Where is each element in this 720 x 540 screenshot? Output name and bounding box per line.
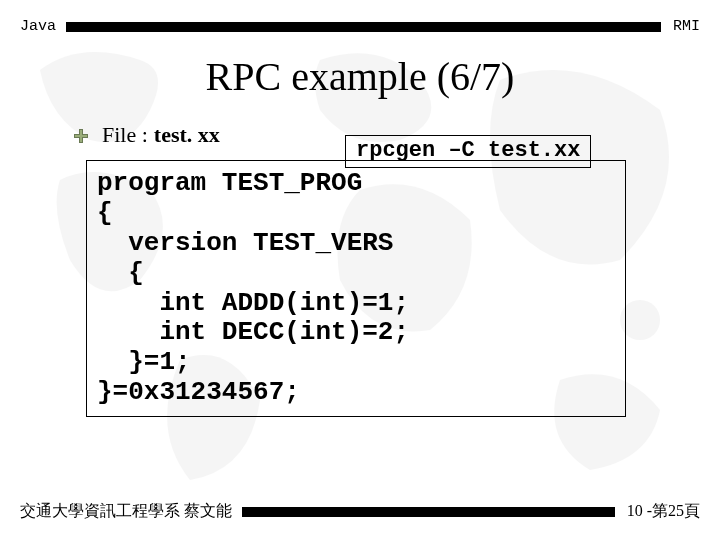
header-rule — [66, 22, 661, 32]
header-right-label: RMI — [673, 18, 700, 35]
footer-left-text: 交通大學資訊工程學系 蔡文能 — [20, 501, 232, 522]
code-block: program TEST_PROG { version TEST_VERS { … — [86, 160, 626, 417]
header-bar: Java RMI — [0, 0, 720, 35]
bullet-icon — [72, 126, 90, 144]
footer-rule — [242, 507, 615, 517]
svg-rect-4 — [80, 130, 82, 142]
file-label: File : — [102, 122, 148, 148]
footer-bar: 交通大學資訊工程學系 蔡文能 10 -第25頁 — [20, 501, 700, 522]
slide-title: RPC example (6/7) — [0, 53, 720, 100]
command-box: rpcgen –C test.xx — [345, 135, 591, 168]
footer-page-number: 10 -第25頁 — [627, 501, 700, 522]
header-left-label: Java — [20, 18, 56, 35]
file-name: test. xx — [154, 122, 220, 148]
